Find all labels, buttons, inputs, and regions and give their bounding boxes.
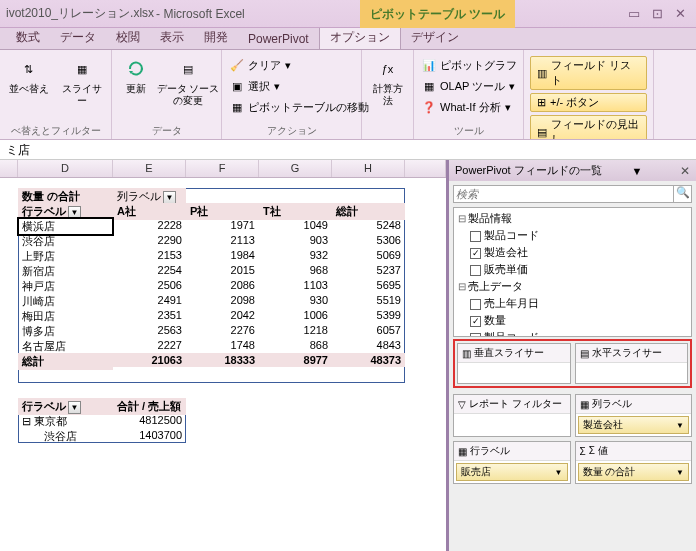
slicer-button[interactable]: ▦スライサー [60,53,106,107]
chip-col[interactable]: 製造会社▼ [578,416,690,434]
pm-button[interactable]: ⊞+/- ボタン [530,93,647,112]
pivot-value: 2228 [113,218,186,232]
col-header[interactable]: H [332,160,405,177]
pivot-value: 2042 [186,308,259,322]
pivot-value: 1218 [259,323,332,337]
field-list-button[interactable]: ▥フィールド リスト [530,56,647,90]
tab-校閲[interactable]: 校閲 [106,26,150,49]
zone-row-labels[interactable]: ▦行ラベル [454,442,570,461]
field-tree[interactable]: 製品情報製品コード✓製造会社販売単価売上データ売上年月日✓数量製品コード✓販売店 [453,207,692,337]
pivot-value: 5237 [332,263,405,277]
pivot-value: 5519 [332,293,405,307]
pivot-total: 48373 [332,353,405,367]
pivot-total: 18333 [186,353,259,367]
pivot-value: 1984 [186,248,259,262]
zone-report-filter[interactable]: ▽レポート フィルター [454,395,570,414]
file-name: ivot2010_リレーション.xlsx [6,5,154,22]
pivot-chart-button[interactable]: 📊ピボットグラフ [420,57,519,74]
col-header[interactable]: G [259,160,332,177]
field-search-input[interactable] [453,185,674,203]
pivot-value: 4843 [332,338,405,352]
sort-button[interactable]: ⇅並べ替え [6,53,52,95]
zone-vslicer[interactable]: ▥垂直スライサー [458,344,570,363]
field-item[interactable]: 売上年月日 [456,295,689,312]
pivot-value: 5695 [332,278,405,292]
app-name: - Microsoft Excel [156,7,245,21]
column-headers[interactable]: DEFGH [0,160,446,178]
pivot-value: 2563 [113,323,186,337]
pivot-value: 1103 [259,278,332,292]
pivot-value: 6057 [332,323,405,337]
whatif-button[interactable]: ❓What-If 分析 ▾ [420,99,519,116]
data-source-button[interactable]: ▤データ ソース の変更 [161,53,215,107]
pivot-value: 1971 [186,218,259,232]
pivot-value: 1049 [259,218,332,232]
field-item[interactable]: 販売単価 [456,261,689,278]
pivot-value: 2276 [186,323,259,337]
pivot-total: 8977 [259,353,332,367]
refresh-button[interactable]: 更新 [118,53,153,95]
pivot-value: 932 [259,248,332,262]
pivot-value: 5069 [332,248,405,262]
chip-val[interactable]: 数量 の合計▼ [578,463,690,481]
field-item[interactable]: ✓数量 [456,312,689,329]
tab-オプション[interactable]: オプション [319,25,401,49]
pivot-value: 2227 [113,338,186,352]
clear-button[interactable]: 🧹クリア ▾ [228,57,371,74]
field-item[interactable]: 製品コード [456,329,689,337]
pivot-value: 2153 [113,248,186,262]
pivot-value: 2113 [186,233,259,247]
minimize-icon[interactable]: ▭ [628,6,640,21]
pivot-value: 2351 [113,308,186,322]
field-item[interactable]: ✓製造会社 [456,244,689,261]
pivot-value: 5399 [332,308,405,322]
select-button[interactable]: ▣選択 ▾ [228,78,371,95]
search-icon[interactable]: 🔍 [674,185,692,203]
pivot2-row-label: 渋谷店 [18,428,113,445]
pivot-value: 2491 [113,293,186,307]
tab-数式[interactable]: 数式 [6,26,50,49]
formula-bar[interactable]: ミ店 [0,140,696,160]
taskpane-header: PowerPivot フィールドの一覧 ▼ ✕ [449,160,696,181]
chip-row[interactable]: 販売店▼ [456,463,568,481]
col-header[interactable]: F [186,160,259,177]
field-item[interactable]: 製品コード [456,227,689,244]
pivot2-value: 4812500 [113,413,186,427]
pivot-value: 2506 [113,278,186,292]
move-pivot-button[interactable]: ▦ピボットテーブルの移動 [228,99,371,116]
ribbon-tabs: 数式データ校閲表示開発PowerPivotオプションデザイン [0,28,696,50]
pivot2-value: 1403700 [113,428,186,442]
pivot-value: 1748 [186,338,259,352]
tab-開発[interactable]: 開発 [194,26,238,49]
pivot-value: 868 [259,338,332,352]
zone-hslicer[interactable]: ▤水平スライサー [576,344,688,363]
pivot-value: 5306 [332,233,405,247]
col-header[interactable]: D [18,160,113,177]
close-icon[interactable]: ✕ [675,6,686,21]
pivot-value: 1006 [259,308,332,322]
field-header-button[interactable]: ▤フィールドの見出し [530,115,647,140]
pivot-value: 2254 [113,263,186,277]
pivot-total-label: 総計 [18,353,113,370]
pivot-value: 5248 [332,218,405,232]
olap-button[interactable]: ▦OLAP ツール ▾ [420,78,519,95]
calc-button[interactable]: ƒx計算方法 [368,53,407,107]
tab-デザイン[interactable]: デザイン [401,26,469,49]
tab-表示[interactable]: 表示 [150,26,194,49]
zone-values[interactable]: ΣΣ 値 [576,442,692,461]
tab-PowerPivot[interactable]: PowerPivot [238,29,319,49]
context-tab-label: ピボットテーブル ツール [360,0,515,28]
col-header[interactable]: E [113,160,186,177]
pivot-value: 2015 [186,263,259,277]
zone-col-labels[interactable]: ▦列ラベル [576,395,692,414]
field-group[interactable]: 製品情報 [456,210,689,227]
pivot-value: 2098 [186,293,259,307]
pivot-value: 930 [259,293,332,307]
pivot-total: 21063 [113,353,186,367]
pivot-value: 2086 [186,278,259,292]
field-group[interactable]: 売上データ [456,278,689,295]
tab-データ[interactable]: データ [50,26,106,49]
taskpane-close-icon[interactable]: ✕ [680,164,690,178]
maximize-icon[interactable]: ⊡ [652,6,663,21]
pivot-value: 903 [259,233,332,247]
